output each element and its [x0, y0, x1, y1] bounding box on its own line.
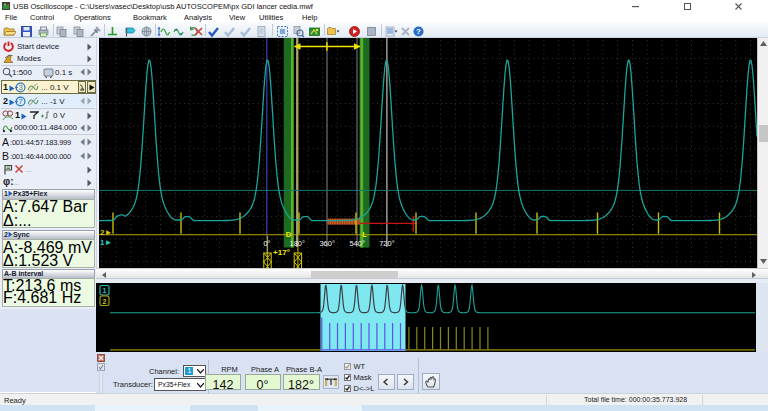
svg-text:2: 2 — [103, 298, 107, 305]
svg-text:360°: 360° — [319, 239, 335, 248]
svg-text:1: 1 — [103, 287, 107, 294]
svg-text:1►: 1► — [100, 238, 112, 247]
svg-text:3: 3 — [18, 83, 22, 92]
svg-text:+17°: +17° — [273, 248, 290, 257]
svg-text:180°: 180° — [290, 239, 306, 248]
svg-text:7: 7 — [18, 97, 22, 106]
svg-text:720°: 720° — [379, 239, 395, 248]
svg-text:L: L — [362, 230, 367, 239]
svg-text:?: ? — [416, 27, 421, 36]
svg-text:2►: 2► — [100, 228, 112, 237]
svg-text:D: D — [286, 230, 292, 239]
svg-text:0°: 0° — [263, 239, 270, 248]
svg-text:540°: 540° — [349, 239, 365, 248]
